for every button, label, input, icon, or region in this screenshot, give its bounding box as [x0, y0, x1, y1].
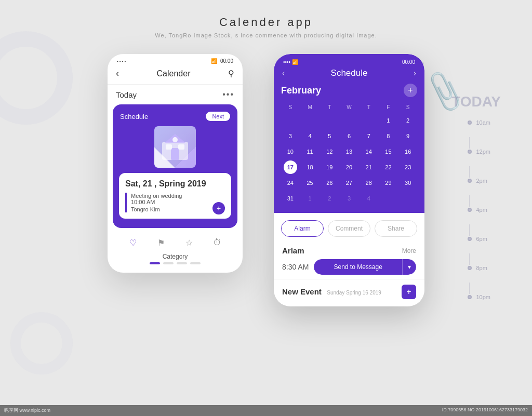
calendar-day[interactable]: 10: [284, 145, 297, 158]
battery-icon: 00:00: [220, 58, 233, 64]
calendar-day[interactable]: 18: [303, 160, 317, 174]
next-month-arrow[interactable]: ›: [414, 69, 416, 78]
calendar-day[interactable]: 16: [401, 145, 415, 158]
today-background-text: TODAY: [451, 93, 501, 110]
timeline-item: 10am: [468, 119, 490, 126]
timeline: 10am12pm2pm4pm6pm8pm10pm: [468, 119, 490, 312]
clock-icon[interactable]: ⏱: [211, 236, 223, 249]
calendar-day[interactable]: 3: [284, 129, 297, 143]
calendar-day[interactable]: 29: [381, 176, 395, 190]
decor-circle-2: [10, 312, 73, 374]
calendar-day[interactable]: 8: [381, 129, 395, 143]
calendar-day[interactable]: 31: [284, 192, 297, 205]
calendar-day[interactable]: 13: [342, 145, 356, 158]
schedule-date: Sat, 21 , Spring 2019: [125, 179, 225, 189]
category-dot-1[interactable]: [150, 262, 160, 264]
send-dropdown-button[interactable]: ▾: [402, 259, 416, 275]
calendar-day-header: M: [301, 102, 320, 112]
calendar-day[interactable]: 14: [362, 145, 376, 158]
calendar-day[interactable]: 1: [303, 192, 317, 205]
calendar-title: Calender: [157, 69, 191, 78]
schedule-info: Sat, 21 , Spring 2019 Meeting on wedding…: [119, 173, 231, 219]
bookmark-icon[interactable]: ☆: [183, 236, 195, 249]
category-dot-2[interactable]: [163, 262, 174, 264]
search-icon[interactable]: ⚲: [228, 69, 234, 78]
calendar-day[interactable]: 11: [303, 145, 317, 158]
calendar-day[interactable]: 12: [323, 145, 336, 158]
calendar-day-header: S: [398, 102, 417, 112]
back-arrow-icon[interactable]: ‹: [116, 68, 119, 79]
send-to-message-button[interactable]: Send to Message: [314, 259, 402, 275]
share-tab[interactable]: Share: [375, 220, 417, 237]
calendar-day[interactable]: 9: [401, 129, 415, 143]
calendar-day[interactable]: 30: [401, 176, 415, 190]
bottom-icons: ♡ ⚑ ☆ ⏱: [108, 228, 243, 253]
calendar-day[interactable]: 17: [284, 160, 297, 174]
flag-icon[interactable]: ⚑: [155, 236, 167, 249]
schedule-event: Meeting on wedding: [131, 193, 225, 199]
calendar-day[interactable]: 4: [362, 192, 376, 205]
new-event-plus-button[interactable]: +: [402, 285, 416, 299]
prev-month-arrow[interactable]: ‹: [282, 69, 285, 78]
calendar-day-header: S: [281, 102, 300, 112]
tab-buttons: Alarm Comment Share: [274, 213, 424, 242]
calendar-day[interactable]: 25: [303, 176, 317, 190]
status-right: 📶 00:00: [211, 58, 233, 64]
schedule-header-title: Schedule: [331, 68, 368, 78]
schedule-label: Schedule: [120, 113, 148, 120]
calendar-day[interactable]: 21: [362, 160, 376, 174]
schedule-image-inner: [154, 126, 196, 168]
calendar-day[interactable]: 15: [381, 145, 395, 158]
calendar-day[interactable]: 7: [362, 129, 376, 143]
send-group: Send to Message ▾: [314, 259, 416, 275]
wifi-icon: 📶: [211, 58, 217, 64]
svg-rect-4: [166, 144, 172, 150]
category-dot-3[interactable]: [177, 262, 187, 264]
calendar-section: February + SMTWTFS1234567891011121314151…: [274, 84, 424, 213]
more-link[interactable]: More: [402, 247, 416, 254]
calendar-day[interactable]: 28: [362, 176, 376, 190]
calendar-day[interactable]: 2: [323, 192, 336, 205]
schedule-bottom-section: Alarm Comment Share Arlam More 8:30 AM S…: [274, 213, 424, 306]
calendar-day[interactable]: 27: [342, 176, 356, 190]
calendar-day-header: W: [340, 102, 358, 112]
calendar-day[interactable]: 6: [342, 129, 356, 143]
page-header: Calender app We, TongRo Image Stock, s i…: [155, 16, 377, 38]
category-dots: [108, 262, 243, 273]
calendar-day: [362, 114, 376, 127]
calendar-day[interactable]: 19: [323, 160, 336, 174]
signal-dots: ••••: [117, 59, 127, 63]
comment-tab[interactable]: Comment: [328, 220, 370, 237]
schedule-person: Tongro Kim: [131, 206, 225, 212]
new-event-label: New Event: [282, 287, 322, 296]
calendar-day[interactable]: 3: [342, 192, 356, 205]
heart-icon[interactable]: ♡: [127, 236, 139, 249]
svg-rect-5: [178, 144, 184, 150]
calendar-day[interactable]: 26: [323, 176, 336, 190]
calendar-day[interactable]: 23: [401, 160, 415, 174]
add-event-button[interactable]: +: [212, 202, 225, 214]
svg-point-3: [172, 137, 178, 142]
add-event-calendar-button[interactable]: +: [404, 84, 417, 97]
calendar-day[interactable]: 4: [303, 129, 317, 143]
alarm-section: Arlam More 8:30 AM Send to Message ▾: [274, 242, 424, 279]
timeline-item: 2pm: [468, 178, 487, 184]
more-menu-button[interactable]: •••: [222, 90, 234, 99]
status-bar-right: •••• 📶 00:00: [274, 54, 424, 68]
phone-right: •••• 📶 00:00 ‹ Schedule › February +: [274, 54, 424, 306]
alarm-tab[interactable]: Alarm: [281, 220, 324, 237]
schedule-card-header: Schedule Next: [120, 112, 230, 121]
today-bar: Today •••: [108, 85, 243, 104]
watermark-left: 昵享网 www.nipic.com: [4, 407, 50, 414]
battery-time-right: 00:00: [402, 59, 415, 65]
calendar-day-header: T: [320, 102, 339, 112]
calendar-day[interactable]: 22: [381, 160, 395, 174]
calendar-day[interactable]: 1: [381, 114, 395, 127]
category-dot-4[interactable]: [190, 262, 201, 264]
calendar-day[interactable]: 2: [401, 114, 415, 127]
calendar-day[interactable]: 24: [284, 176, 297, 190]
calendar-day[interactable]: 20: [342, 160, 356, 174]
next-button[interactable]: Next: [206, 112, 230, 121]
calendar-day[interactable]: 5: [323, 129, 336, 143]
calendar-day-header: T: [360, 102, 378, 112]
